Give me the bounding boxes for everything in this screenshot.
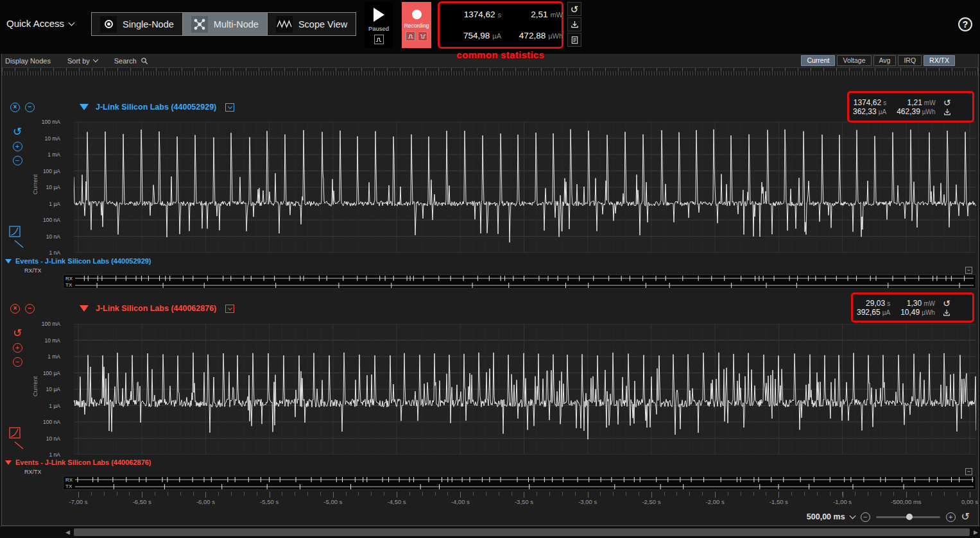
multi-node-icon <box>191 16 208 33</box>
zoom-bar: 500,00 ms − + ↺ <box>807 510 970 523</box>
zoom-window-select[interactable]: 500,00 ms <box>807 512 855 521</box>
zoom-in-button[interactable]: + <box>946 512 956 522</box>
node2-rxtx-strip[interactable]: RX TX <box>63 476 976 490</box>
node1-export-icon[interactable] <box>943 108 951 116</box>
node1-zoom-out-icon[interactable]: − <box>13 156 22 165</box>
node2-stat-current: 392,65µA <box>857 308 890 317</box>
node1-options-icon[interactable] <box>225 103 234 112</box>
scroll-right-arrow[interactable]: ▶ <box>974 529 978 535</box>
play-button[interactable]: Paused <box>365 2 393 48</box>
node1-statistics-box: 1374,62s 1,21mW 362,33µA 462,39µWh ↺ <box>847 91 974 122</box>
node2-export-icon[interactable] <box>943 309 950 317</box>
tab-rxtx[interactable]: RX/TX <box>924 55 955 66</box>
rx-label: RX <box>65 477 73 483</box>
node1-y-axis: 100 mA10 mA1 mA100 µA10 µA1 µA100 nA10 n… <box>37 122 62 253</box>
tx-label: TX <box>65 483 72 489</box>
node1-current-chart[interactable] <box>74 122 976 253</box>
search-icon <box>141 57 148 65</box>
multi-node-label: Multi-Node <box>214 19 259 29</box>
node1-stat-current: 362,33µA <box>853 107 886 116</box>
scope-view-icon <box>276 16 293 33</box>
quick-access-menu[interactable]: Quick Access <box>6 18 74 29</box>
scroll-left-arrow[interactable]: ◀ <box>65 529 70 535</box>
zoom-out-button[interactable]: − <box>861 512 870 522</box>
paused-label: Paused <box>368 25 389 32</box>
tab-voltage[interactable]: Voltage <box>837 55 871 66</box>
tab-current[interactable]: Current <box>801 55 835 66</box>
scope-view-button[interactable]: Scope View <box>268 13 356 35</box>
horizontal-scrollbar[interactable]: ◀ ▶ <box>0 526 980 538</box>
node1-zoom-in-icon[interactable]: + <box>13 142 22 151</box>
node2-rxtx-collapse-icon[interactable]: − <box>965 468 972 475</box>
node2-zoom-out-icon[interactable]: − <box>13 357 22 367</box>
pulse-toggle-icon[interactable] <box>418 31 427 41</box>
stat-avg-current: 754,98µA <box>442 31 501 40</box>
node2-zoom-controls: ↺ + − <box>12 328 23 367</box>
node2-current-chart[interactable] <box>74 324 976 455</box>
node2-close-icon[interactable]: × <box>10 304 20 314</box>
measurement-tabs: Current Voltage Avg IRQ RX/TX <box>801 55 955 66</box>
single-node-button[interactable]: Single-Node <box>92 13 183 35</box>
report-icon[interactable] <box>567 33 581 47</box>
export-data-icon[interactable] <box>567 17 581 31</box>
search-control[interactable]: Search <box>114 57 148 65</box>
node2-stat-energy: 10,49µWh <box>900 308 935 317</box>
tx-label: TX <box>65 282 72 288</box>
toolbar-side-icons: ↺ <box>567 2 581 47</box>
time-axis-major-ticks <box>74 492 976 498</box>
energy-profiler-app: Quick Access Single-Node Multi-Node <box>0 0 980 538</box>
node1-events-title[interactable]: Events - J-Link Silicon Labs (440052929) <box>5 256 151 265</box>
node2-y-axis: 100 mA10 mA1 mA100 µA10 µA1 µA100 nA10 n… <box>37 324 62 455</box>
chevron-down-icon <box>93 57 98 62</box>
node1-rxtx-collapse-icon[interactable]: − <box>965 267 972 274</box>
toolbar: Quick Access Single-Node Multi-Node <box>0 0 980 54</box>
scope-view-label: Scope View <box>298 19 347 29</box>
stat-total-energy: 472,88µWh <box>501 31 563 40</box>
node2-zoom-in-icon[interactable]: + <box>13 343 22 353</box>
zoom-reset-button[interactable]: ↺ <box>961 512 970 522</box>
quick-access-label: Quick Access <box>6 18 64 29</box>
node1-scale-toggle-icon[interactable] <box>9 226 24 249</box>
node2-header: × − J-Link Silicon Labs (440062876) <box>2 299 234 318</box>
node1-stat-time: 1374,62s <box>853 98 886 107</box>
multi-node-button[interactable]: Multi-Node <box>183 13 268 35</box>
display-nodes-label: Display Nodes <box>5 57 51 65</box>
node2-reset-stats-icon[interactable]: ↺ <box>943 299 950 308</box>
rx-label: RX <box>65 276 73 282</box>
pulse-toggle-icon[interactable] <box>406 31 415 41</box>
node2-options-icon[interactable] <box>225 305 234 313</box>
node2-title: J-Link Silicon Labs (440062876) <box>96 304 216 313</box>
node2-scale-toggle-icon[interactable] <box>9 427 24 450</box>
tab-avg[interactable]: Avg <box>873 55 897 66</box>
node2-stat-time: 29,03s <box>857 299 890 308</box>
zoom-slider-handle[interactable] <box>906 514 913 520</box>
node2-hide-icon[interactable]: − <box>25 304 35 314</box>
view-mode-switcher: Single-Node Multi-Node Scope View <box>91 12 356 36</box>
node2-expand-triangle-icon[interactable] <box>80 305 89 312</box>
node1-close-icon[interactable]: × <box>10 103 20 112</box>
sort-by-menu[interactable]: Sort by <box>67 57 98 65</box>
node2-events-triangle-icon <box>5 460 12 465</box>
node1-reset-stats-icon[interactable]: ↺ <box>943 98 951 107</box>
single-node-icon <box>100 16 117 33</box>
stat-avg-power: 2,51mW <box>501 10 563 19</box>
node1-hide-icon[interactable]: − <box>25 103 35 112</box>
recording-label: Recording <box>404 22 429 29</box>
help-button[interactable]: ? <box>958 17 972 31</box>
chevron-down-icon <box>849 513 855 519</box>
scrollbar-thumb[interactable] <box>74 528 970 536</box>
zoom-slider[interactable] <box>876 516 940 518</box>
node1-reset-zoom-icon[interactable]: ↺ <box>13 126 22 137</box>
record-button[interactable]: Recording <box>402 2 431 48</box>
reset-statistics-icon[interactable]: ↺ <box>567 2 581 16</box>
node1-stat-power: 1,21mW <box>897 98 935 107</box>
node1-rxtx-strip[interactable]: RX TX <box>63 274 976 289</box>
single-node-label: Single-Node <box>123 19 174 29</box>
record-icon <box>412 10 422 19</box>
node1-expand-triangle-icon[interactable] <box>80 104 89 110</box>
node2-events-title[interactable]: Events - J-Link Silicon Labs (440062876) <box>5 458 151 467</box>
node2-reset-zoom-icon[interactable]: ↺ <box>13 328 22 339</box>
pulse-toggle-icon[interactable] <box>374 35 384 44</box>
node2-statistics-box: 29,03s 1,30mW 392,65µA 10,49µWh ↺ <box>851 292 974 323</box>
tab-irq[interactable]: IRQ <box>898 55 922 66</box>
